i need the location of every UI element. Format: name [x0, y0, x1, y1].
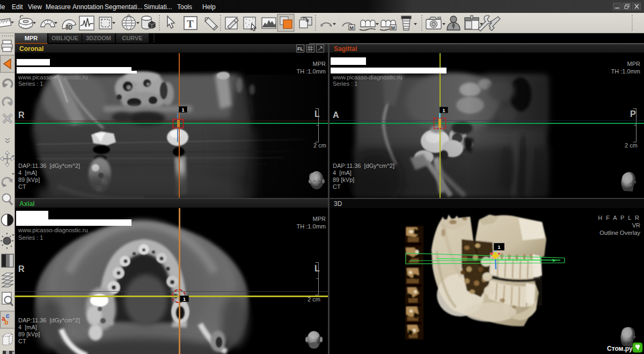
svg-text:T: T — [187, 18, 194, 30]
svg-text:M: M — [350, 25, 354, 31]
svg-text:3D: 3D — [65, 25, 72, 31]
svg-text:M: M — [391, 25, 396, 31]
svg-text:b: b — [4, 319, 8, 326]
